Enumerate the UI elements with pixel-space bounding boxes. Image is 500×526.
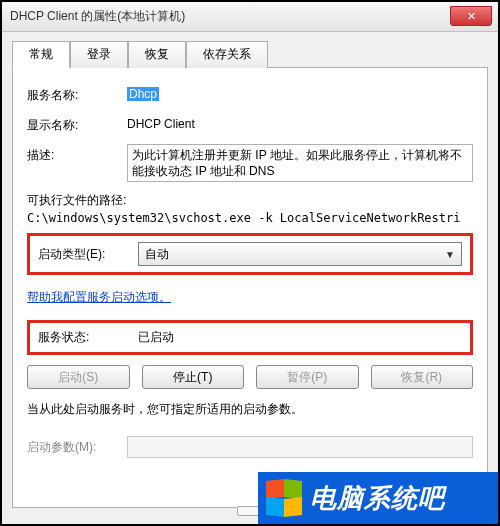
dialog-body: 常规 登录 恢复 依存关系 服务名称: Dhcp 显示名称: DHCP Clie… [2,32,498,524]
start-params-input [127,436,473,458]
service-name-value: Dhcp [127,84,473,101]
start-params-label: 启动参数(M): [27,439,127,456]
tab-recovery[interactable]: 恢复 [128,41,186,68]
status-label: 服务状态: [38,329,138,346]
highlight-service-status: 服务状态: 已启动 [27,320,473,355]
start-params-hint: 当从此处启动服务时，您可指定所适用的启动参数。 [27,401,473,418]
help-link[interactable]: 帮助我配置服务启动选项。 [27,289,171,306]
description-textbox[interactable]: 为此计算机注册并更新 IP 地址。如果此服务停止，计算机将不能接收动态 IP 地… [127,144,473,182]
titlebar: DHCP Client 的属性(本地计算机) ✕ [2,2,498,32]
tab-strip: 常规 登录 恢复 依存关系 [12,40,488,68]
stop-button[interactable]: 停止(T) [142,365,245,389]
tab-logon[interactable]: 登录 [70,41,128,68]
tab-dependencies[interactable]: 依存关系 [186,41,268,68]
startup-type-label: 启动类型(E): [38,246,138,263]
status-value: 已启动 [138,329,174,346]
start-button[interactable]: 启动(S) [27,365,130,389]
resume-button[interactable]: 恢复(R) [371,365,474,389]
startup-type-value: 自动 [145,246,169,263]
service-name-selected[interactable]: Dhcp [127,87,159,101]
tab-general[interactable]: 常规 [12,41,70,68]
control-buttons: 启动(S) 停止(T) 暂停(P) 恢复(R) [27,365,473,389]
display-name-label: 显示名称: [27,114,127,134]
close-button[interactable]: ✕ [450,6,492,26]
service-name-label: 服务名称: [27,84,127,104]
general-panel: 服务名称: Dhcp 显示名称: DHCP Client 描述: 为此计算机注册… [12,68,488,508]
startup-type-select[interactable]: 自动 ▼ [138,242,462,266]
exe-path-value: C:\windows\system32\svchost.exe -k Local… [27,211,473,225]
description-label: 描述: [27,144,127,164]
watermark-text: 电脑系统吧 [310,481,445,516]
chevron-down-icon: ▼ [445,249,455,260]
exe-path-label: 可执行文件的路径: [27,192,473,209]
pause-button[interactable]: 暂停(P) [256,365,359,389]
windows-logo-icon [264,478,304,518]
display-name-value: DHCP Client [127,114,473,131]
window-title: DHCP Client 的属性(本地计算机) [10,8,185,25]
watermark: 电脑系统吧 [258,472,498,524]
highlight-startup-type: 启动类型(E): 自动 ▼ [27,233,473,275]
